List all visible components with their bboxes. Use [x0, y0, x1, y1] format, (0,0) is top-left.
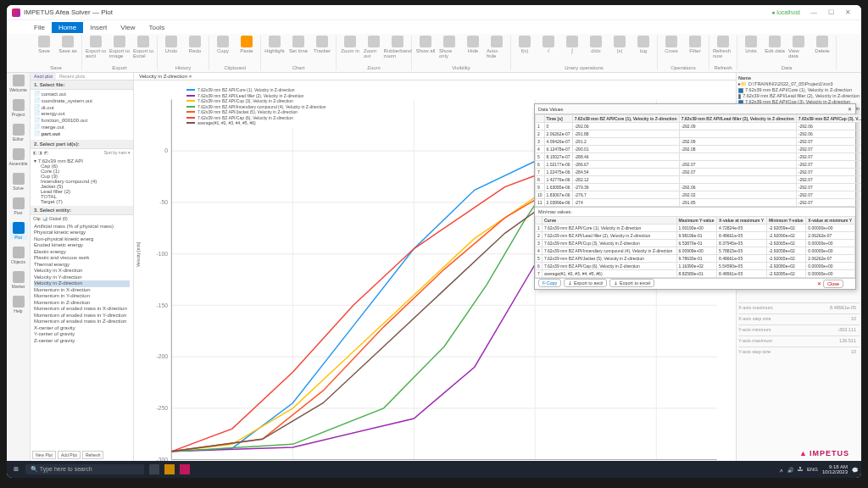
- ribbon-edit-data[interactable]: Edit data: [765, 36, 785, 58]
- dw-export-to-excel-button[interactable]: ⤓ Export to excel: [609, 279, 654, 287]
- tray-volume-icon[interactable]: 🔊: [787, 467, 793, 473]
- ribbon-f(x)[interactable]: f(x): [515, 36, 535, 53]
- entity-item[interactable]: Elastic energy: [34, 249, 130, 256]
- dock-post[interactable]: Post: [9, 197, 28, 215]
- ribbon-export-to-excel[interactable]: Export to Excel: [133, 36, 153, 58]
- dock-plot[interactable]: Plot: [9, 222, 28, 240]
- dw-close-button[interactable]: ✕ Close: [814, 280, 849, 287]
- refresh-button[interactable]: Refresh: [82, 451, 104, 459]
- ribbon-set-time[interactable]: Set time: [288, 36, 309, 53]
- entity-item[interactable]: Y-center of gravity: [34, 331, 130, 338]
- dock-editor[interactable]: Editor: [9, 124, 28, 141]
- tb-app-1[interactable]: [149, 464, 159, 474]
- minimize-button[interactable]: —: [805, 8, 822, 16]
- ribbon-refresh-now[interactable]: Refresh now: [713, 36, 733, 58]
- ribbon-copy[interactable]: Copy: [213, 36, 233, 53]
- ribbon-|x|[interactable]: |x|: [609, 36, 630, 53]
- menu-tools[interactable]: Tools: [142, 22, 171, 33]
- tab-ascii-plot[interactable]: Ascii plot: [31, 73, 56, 80]
- dw-export-to-ascii-button[interactable]: ⤓ Export to ascii: [564, 279, 607, 287]
- part-root[interactable]: ▾ 7.62x39 mm BZ API: [34, 158, 130, 164]
- menu-home[interactable]: Home: [52, 22, 83, 33]
- taskbar-search[interactable]: 🔍 Type here to search: [25, 464, 144, 474]
- entity-item[interactable]: Z-center of gravity: [34, 338, 130, 345]
- ribbon-log[interactable]: log: [633, 36, 654, 53]
- ribbon-paste[interactable]: Paste: [236, 36, 257, 53]
- ribbon-cross[interactable]: Cross: [661, 36, 682, 53]
- curve-item[interactable]: 7.62x39 mm BZ API/Lead filler (2), Veloc…: [738, 93, 860, 99]
- entity-item[interactable]: Momentum in Z-direction: [34, 300, 130, 307]
- entity-item[interactable]: X-center of gravity: [34, 325, 130, 332]
- ribbon-redo[interactable]: Redo: [185, 36, 205, 53]
- entity-item[interactable]: Thermal energy: [34, 262, 130, 269]
- tab-recent-plots[interactable]: Recent plots: [56, 73, 89, 80]
- dw-close-x[interactable]: ✕: [848, 107, 852, 112]
- entity-item[interactable]: Physical kinetic energy: [34, 230, 130, 236]
- entity-item[interactable]: Eroded kinetic energy: [34, 242, 130, 249]
- ribbon-show-only[interactable]: Show only: [439, 36, 459, 58]
- tray-lang[interactable]: ENG: [807, 467, 818, 472]
- tray-network-icon[interactable]: 🖧: [798, 467, 803, 472]
- entity-item[interactable]: Velocity in X-direction: [34, 268, 130, 274]
- entity-item[interactable]: Velocity in Y-direction: [34, 274, 130, 281]
- tb-app-2[interactable]: [164, 464, 175, 474]
- file-item[interactable]: 📄 part.out: [34, 131, 130, 138]
- file-item[interactable]: 📄 function_000100.out: [34, 118, 130, 125]
- ribbon-view-data[interactable]: View data: [788, 36, 809, 58]
- ribbon-delete[interactable]: Delete: [812, 36, 832, 58]
- dock-assemble[interactable]: Assemble: [9, 148, 28, 166]
- entity-item[interactable]: Momentum of eroded mass in Z-direction: [34, 319, 130, 325]
- ribbon-hide[interactable]: Hide: [463, 36, 483, 58]
- menu-insert[interactable]: Insert: [83, 22, 114, 33]
- ribbon-zoom-out[interactable]: Zoom out: [364, 36, 384, 58]
- tray-notifications-icon[interactable]: 💬: [852, 467, 858, 473]
- ribbon-√[interactable]: √: [538, 36, 559, 53]
- ribbon-units[interactable]: Units: [741, 36, 761, 58]
- dock-help[interactable]: Help: [9, 296, 28, 313]
- close-button[interactable]: ✕: [839, 8, 856, 16]
- sort-dropdown[interactable]: Sort by nam ▾: [104, 150, 131, 155]
- dw-copy-button[interactable]: ⎘ Copy: [538, 279, 561, 287]
- ribbon-highlight[interactable]: Highlight: [264, 36, 285, 53]
- ribbon-zoom-in[interactable]: Zoom in: [340, 36, 360, 58]
- dock-market[interactable]: Market: [9, 271, 28, 289]
- tray-clock[interactable]: 9:18 AM10/12/2023: [822, 464, 848, 474]
- entity-item[interactable]: Non-physical kinetic energ: [34, 236, 130, 243]
- ribbon-undo[interactable]: Undo: [161, 36, 181, 53]
- entity-item[interactable]: Velocity in Z-direction: [34, 280, 130, 287]
- ribbon-∫[interactable]: ∫: [562, 36, 582, 53]
- ribbon-show-all[interactable]: Show all: [415, 36, 436, 58]
- dock-welcome[interactable]: Welcome: [9, 75, 28, 92]
- ribbon-save-as[interactable]: Save as: [58, 36, 78, 53]
- entity-item[interactable]: Artificial mass (% of physical mass): [34, 224, 130, 230]
- plot-tab[interactable]: Velocity in Z-direction ×: [134, 73, 736, 80]
- file-item[interactable]: 📄 coordinate_system.out: [34, 98, 130, 105]
- ribbon-d/dx[interactable]: d/dx: [586, 36, 606, 53]
- entity-item[interactable]: Momentum in Y-direction: [34, 293, 130, 300]
- maximize-button[interactable]: ☐: [822, 8, 839, 16]
- dock-objects[interactable]: Objects: [9, 247, 28, 264]
- add-plot-button[interactable]: Add Plot: [58, 451, 81, 459]
- file-item[interactable]: 📄 contact.out: [34, 92, 130, 98]
- new-plot-button[interactable]: New Plot: [32, 451, 56, 459]
- dock-solve[interactable]: Solve: [9, 173, 28, 191]
- ribbon-export-to-ascii[interactable]: Export to ascii: [86, 36, 106, 58]
- ribbon-export-to-image[interactable]: Export to image: [109, 36, 130, 58]
- file-item[interactable]: 📄 merge.out: [34, 125, 130, 131]
- entity-item[interactable]: Momentum in X-direction: [34, 287, 130, 294]
- ribbon-save[interactable]: Save: [34, 36, 54, 53]
- menu-view[interactable]: View: [114, 22, 142, 33]
- start-button[interactable]: ⊞: [10, 463, 22, 475]
- entity-item[interactable]: Momentum of eroded mass in X-direction: [34, 306, 130, 313]
- ribbon-rubberband-zoom[interactable]: Rubberband zoom: [387, 36, 408, 58]
- entity-item[interactable]: Momentum of eroded mass in Y-direction: [34, 313, 130, 319]
- curve-item[interactable]: 7.62x39 mm BZ API/Core (1), Velocity in …: [738, 87, 860, 93]
- tb-app-impetus[interactable]: [180, 464, 190, 474]
- entity-item[interactable]: Plastic and viscous work: [34, 255, 130, 262]
- ribbon-filter[interactable]: Filter: [685, 36, 705, 53]
- dock-project[interactable]: Project: [9, 99, 28, 117]
- tray-chevron[interactable]: ʌ: [780, 467, 783, 473]
- menu-file[interactable]: File: [27, 22, 52, 33]
- part-item[interactable]: Target (7): [34, 199, 130, 204]
- ribbon-tracker[interactable]: Tracker: [312, 36, 332, 53]
